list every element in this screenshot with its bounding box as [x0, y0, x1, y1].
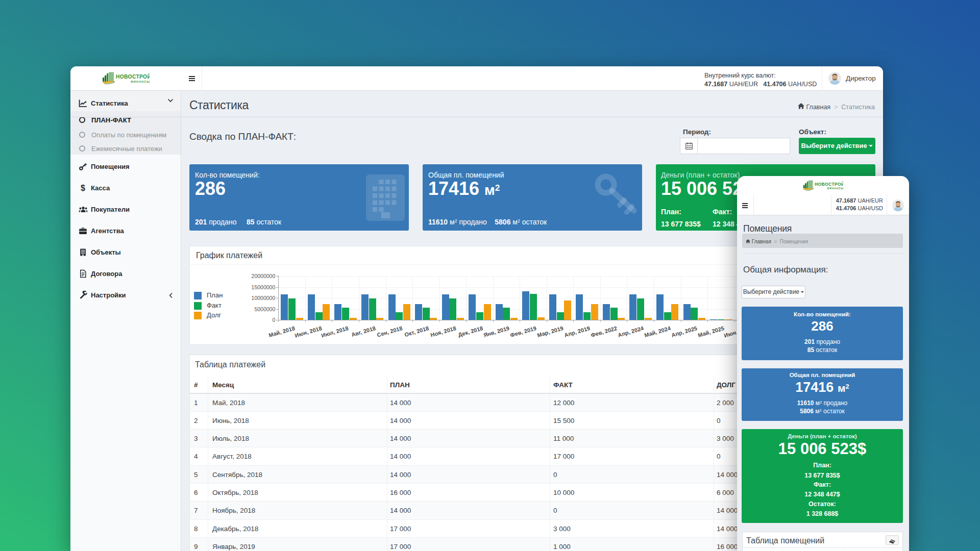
svg-text:ФИНАНСЫ: ФИНАНСЫ	[827, 187, 843, 190]
svg-text:НОВОСТРОЙ: НОВОСТРОЙ	[116, 73, 150, 80]
svg-text:ФИНАНСЫ: ФИНАНСЫ	[131, 80, 150, 83]
svg-text:$: $	[81, 184, 85, 192]
svg-text:НОВОСТРОЙ: НОВОСТРОЙ	[815, 181, 843, 187]
